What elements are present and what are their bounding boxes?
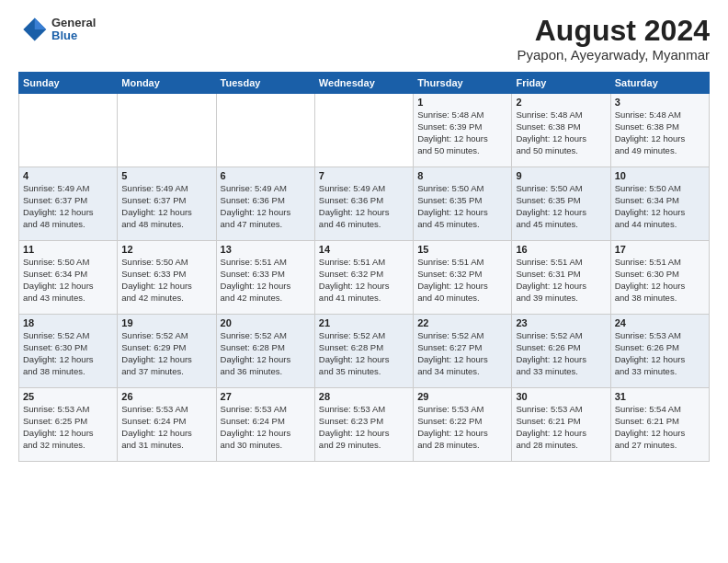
calendar-cell: 25Sunrise: 5:53 AM Sunset: 6:25 PM Dayli… [19,388,118,462]
calendar-cell: 2Sunrise: 5:48 AM Sunset: 6:38 PM Daylig… [512,94,610,167]
weekday-header-saturday: Saturday [610,73,709,94]
day-detail: Sunrise: 5:51 AM Sunset: 6:32 PM Dayligh… [417,257,507,304]
calendar-cell: 20Sunrise: 5:52 AM Sunset: 6:28 PM Dayli… [216,315,314,388]
calendar-cell: 7Sunrise: 5:49 AM Sunset: 6:36 PM Daylig… [314,167,413,241]
weekday-header-thursday: Thursday [414,73,512,94]
day-number: 2 [516,97,606,108]
logo-icon [18,15,48,44]
day-number: 6 [221,170,311,181]
day-number: 21 [319,317,409,328]
calendar-cell: 27Sunrise: 5:53 AM Sunset: 6:24 PM Dayli… [216,388,314,462]
logo-blue-text: Blue [51,29,96,42]
day-number: 5 [121,170,211,181]
calendar-week-row: 18Sunrise: 5:52 AM Sunset: 6:30 PM Dayli… [19,315,710,388]
weekday-header-monday: Monday [118,73,216,94]
day-detail: Sunrise: 5:52 AM Sunset: 6:30 PM Dayligh… [23,330,113,377]
day-detail: Sunrise: 5:50 AM Sunset: 6:35 PM Dayligh… [516,183,606,230]
day-number: 19 [121,317,211,328]
calendar-cell [118,94,216,167]
day-detail: Sunrise: 5:52 AM Sunset: 6:28 PM Dayligh… [221,330,311,377]
day-number: 9 [516,170,606,181]
calendar-cell: 22Sunrise: 5:52 AM Sunset: 6:27 PM Dayli… [414,315,512,388]
weekday-header-tuesday: Tuesday [216,73,314,94]
calendar-cell: 30Sunrise: 5:53 AM Sunset: 6:21 PM Dayli… [512,388,610,462]
calendar-cell: 14Sunrise: 5:51 AM Sunset: 6:32 PM Dayli… [314,241,413,315]
day-detail: Sunrise: 5:54 AM Sunset: 6:21 PM Dayligh… [615,404,705,451]
header: General Blue August 2024 Pyapon, Ayeyarw… [18,15,710,63]
day-number: 14 [319,244,409,255]
calendar-cell [19,94,118,167]
calendar-week-row: 1Sunrise: 5:48 AM Sunset: 6:39 PM Daylig… [19,94,710,167]
calendar-cell: 28Sunrise: 5:53 AM Sunset: 6:23 PM Dayli… [314,388,413,462]
page: General Blue August 2024 Pyapon, Ayeyarw… [0,0,728,563]
day-number: 25 [23,391,113,402]
day-detail: Sunrise: 5:49 AM Sunset: 6:37 PM Dayligh… [121,183,211,230]
day-number: 12 [121,244,211,255]
calendar-week-row: 25Sunrise: 5:53 AM Sunset: 6:25 PM Dayli… [19,388,710,462]
calendar-cell [216,94,314,167]
calendar-cell: 24Sunrise: 5:53 AM Sunset: 6:26 PM Dayli… [610,315,709,388]
calendar-week-row: 4Sunrise: 5:49 AM Sunset: 6:37 PM Daylig… [19,167,710,241]
day-detail: Sunrise: 5:52 AM Sunset: 6:27 PM Dayligh… [417,330,507,377]
day-detail: Sunrise: 5:48 AM Sunset: 6:38 PM Dayligh… [615,109,705,156]
title-block: August 2024 Pyapon, Ayeyarwady, Myanmar [517,15,710,63]
day-number: 29 [417,391,507,402]
logo: General Blue [18,15,96,44]
calendar-cell: 10Sunrise: 5:50 AM Sunset: 6:34 PM Dayli… [610,167,709,241]
day-detail: Sunrise: 5:48 AM Sunset: 6:38 PM Dayligh… [516,109,606,156]
day-detail: Sunrise: 5:49 AM Sunset: 6:37 PM Dayligh… [23,183,113,230]
day-number: 11 [23,244,113,255]
calendar-cell: 4Sunrise: 5:49 AM Sunset: 6:37 PM Daylig… [19,167,118,241]
calendar-cell: 13Sunrise: 5:51 AM Sunset: 6:33 PM Dayli… [216,241,314,315]
day-detail: Sunrise: 5:50 AM Sunset: 6:34 PM Dayligh… [23,257,113,304]
day-detail: Sunrise: 5:52 AM Sunset: 6:28 PM Dayligh… [319,330,409,377]
day-detail: Sunrise: 5:51 AM Sunset: 6:30 PM Dayligh… [615,257,705,304]
day-number: 20 [221,317,311,328]
day-number: 28 [319,391,409,402]
day-detail: Sunrise: 5:53 AM Sunset: 6:22 PM Dayligh… [417,404,507,451]
calendar-cell: 6Sunrise: 5:49 AM Sunset: 6:36 PM Daylig… [216,167,314,241]
calendar-cell: 17Sunrise: 5:51 AM Sunset: 6:30 PM Dayli… [610,241,709,315]
calendar-cell: 3Sunrise: 5:48 AM Sunset: 6:38 PM Daylig… [610,94,709,167]
day-detail: Sunrise: 5:53 AM Sunset: 6:26 PM Dayligh… [615,330,705,377]
calendar-cell: 29Sunrise: 5:53 AM Sunset: 6:22 PM Dayli… [414,388,512,462]
day-detail: Sunrise: 5:53 AM Sunset: 6:24 PM Dayligh… [121,404,211,451]
calendar-cell: 11Sunrise: 5:50 AM Sunset: 6:34 PM Dayli… [19,241,118,315]
page-subtitle: Pyapon, Ayeyarwady, Myanmar [517,47,710,63]
page-title: August 2024 [517,15,710,47]
calendar-cell: 31Sunrise: 5:54 AM Sunset: 6:21 PM Dayli… [610,388,709,462]
day-detail: Sunrise: 5:51 AM Sunset: 6:32 PM Dayligh… [319,257,409,304]
day-number: 7 [319,170,409,181]
day-number: 10 [615,170,705,181]
calendar-cell: 23Sunrise: 5:52 AM Sunset: 6:26 PM Dayli… [512,315,610,388]
day-detail: Sunrise: 5:48 AM Sunset: 6:39 PM Dayligh… [417,109,507,156]
day-number: 8 [417,170,507,181]
day-number: 31 [615,391,705,402]
logo-text: General Blue [51,17,96,43]
day-number: 16 [516,244,606,255]
day-number: 22 [417,317,507,328]
day-detail: Sunrise: 5:53 AM Sunset: 6:25 PM Dayligh… [23,404,113,451]
calendar-cell: 18Sunrise: 5:52 AM Sunset: 6:30 PM Dayli… [19,315,118,388]
weekday-header-friday: Friday [512,73,610,94]
calendar-cell: 15Sunrise: 5:51 AM Sunset: 6:32 PM Dayli… [414,241,512,315]
calendar-cell: 5Sunrise: 5:49 AM Sunset: 6:37 PM Daylig… [118,167,216,241]
day-number: 18 [23,317,113,328]
day-detail: Sunrise: 5:53 AM Sunset: 6:24 PM Dayligh… [221,404,311,451]
calendar-cell [314,94,413,167]
calendar-cell: 16Sunrise: 5:51 AM Sunset: 6:31 PM Dayli… [512,241,610,315]
day-detail: Sunrise: 5:52 AM Sunset: 6:26 PM Dayligh… [516,330,606,377]
calendar-header: SundayMondayTuesdayWednesdayThursdayFrid… [19,73,710,94]
weekday-header-sunday: Sunday [19,73,118,94]
day-detail: Sunrise: 5:52 AM Sunset: 6:29 PM Dayligh… [121,330,211,377]
day-detail: Sunrise: 5:49 AM Sunset: 6:36 PM Dayligh… [221,183,311,230]
weekday-header-wednesday: Wednesday [314,73,413,94]
day-number: 23 [516,317,606,328]
day-number: 4 [23,170,113,181]
day-detail: Sunrise: 5:53 AM Sunset: 6:21 PM Dayligh… [516,404,606,451]
day-detail: Sunrise: 5:51 AM Sunset: 6:31 PM Dayligh… [516,257,606,304]
day-number: 26 [121,391,211,402]
day-detail: Sunrise: 5:50 AM Sunset: 6:33 PM Dayligh… [121,257,211,304]
day-detail: Sunrise: 5:50 AM Sunset: 6:34 PM Dayligh… [615,183,705,230]
calendar-table: SundayMondayTuesdayWednesdayThursdayFrid… [18,72,710,462]
